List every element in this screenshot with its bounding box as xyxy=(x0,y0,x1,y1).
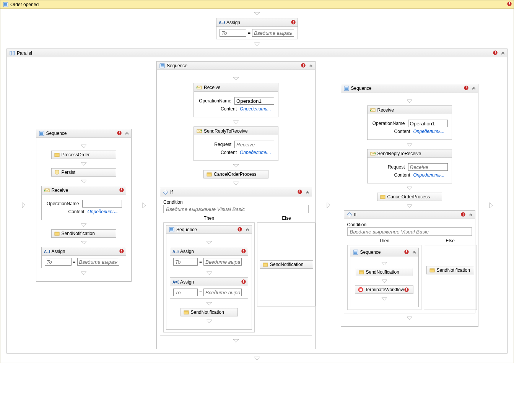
sequence-left[interactable]: Sequence ProcessOrder xyxy=(36,129,132,282)
send-notification-activity[interactable]: SendNotification xyxy=(260,260,313,269)
activity-label: ProcessOrder xyxy=(62,152,90,157)
content-define-link[interactable]: Определить... xyxy=(240,150,271,155)
root-flowchart[interactable]: Order opened Assign = xyxy=(0,0,514,363)
content-define-link[interactable]: Определить... xyxy=(413,172,445,178)
send-notification-activity[interactable]: SendNotification xyxy=(181,308,238,316)
content-define-link[interactable]: Определить... xyxy=(240,106,271,112)
assign-title: Assign xyxy=(226,20,240,25)
send-icon xyxy=(196,128,202,134)
if-title: If xyxy=(354,212,357,217)
process-order-activity[interactable]: ProcessOrder xyxy=(51,151,116,159)
cancel-order-activity[interactable]: CancelOrderProcess xyxy=(377,193,442,201)
sequence-title: Sequence xyxy=(46,131,67,136)
flow-arrow-down xyxy=(406,142,413,147)
assign-title: Assign xyxy=(180,249,194,254)
flow-arrow-down xyxy=(205,301,213,306)
assign-title: Assign xyxy=(52,249,65,254)
sequence-then[interactable]: Sequence xyxy=(350,248,419,307)
collapse-icon[interactable] xyxy=(412,249,417,255)
equals-label: = xyxy=(248,30,250,36)
collapse-icon[interactable] xyxy=(308,63,314,68)
collapse-icon[interactable] xyxy=(471,85,477,91)
assign-to-input[interactable] xyxy=(220,29,246,37)
request-input[interactable] xyxy=(234,141,274,148)
content-define-link[interactable]: Определить... xyxy=(413,129,445,134)
then-label: Then xyxy=(379,238,389,243)
box-icon xyxy=(429,267,435,273)
collapse-icon[interactable] xyxy=(124,130,130,136)
flow-arrow-down xyxy=(381,261,388,266)
receive-activity[interactable]: Receive OperationName Content xyxy=(367,105,452,140)
receive-activity[interactable]: Receive OperationName Content xyxy=(41,186,126,220)
assign-activity[interactable]: Assign = xyxy=(41,247,126,268)
flow-arrow-down xyxy=(80,240,88,245)
collapse-icon[interactable] xyxy=(468,212,473,217)
operation-name-input[interactable] xyxy=(82,200,122,208)
send-reply-activity[interactable]: SendReplyToReceive Request Content xyxy=(194,126,278,161)
receive-icon xyxy=(370,107,376,113)
error-icon xyxy=(297,189,303,195)
assign-to-input[interactable] xyxy=(45,258,72,266)
assign-activity[interactable]: Assign xyxy=(170,247,248,268)
if-activity[interactable]: If Condition xyxy=(160,188,312,336)
assign-to-input[interactable] xyxy=(173,289,198,296)
if-activity[interactable]: If Condition xyxy=(344,210,475,313)
root-header[interactable]: Order opened xyxy=(0,0,514,9)
send-notification-activity[interactable]: SendNotification xyxy=(356,268,413,276)
flow-arrow-down xyxy=(406,316,413,320)
activity-label: Receive xyxy=(377,107,394,113)
sequence-middle[interactable]: Sequence R xyxy=(156,61,316,349)
assign-to-input[interactable] xyxy=(173,258,198,266)
operation-name-input[interactable] xyxy=(234,97,274,105)
condition-input[interactable] xyxy=(347,227,472,236)
then-label: Then xyxy=(204,216,214,221)
activity-label: Receive xyxy=(204,85,220,90)
request-input[interactable] xyxy=(408,163,448,171)
content-define-link[interactable]: Определить... xyxy=(88,209,119,214)
flow-arrow-down xyxy=(232,338,240,343)
flow-arrow-down xyxy=(406,186,413,190)
collapse-icon[interactable] xyxy=(500,50,506,55)
receive-activity[interactable]: Receive OperationName Content xyxy=(194,83,278,117)
send-reply-activity[interactable]: SendReplyToReceive Request Content xyxy=(367,149,452,183)
content-label: Content xyxy=(371,129,410,134)
box-icon xyxy=(262,261,268,268)
error-icon xyxy=(119,248,124,254)
flow-arrow-down xyxy=(381,296,388,301)
assign-value-input[interactable] xyxy=(77,258,119,266)
cancel-order-activity[interactable]: CancelOrderProcess xyxy=(203,170,268,178)
box-icon xyxy=(380,194,386,200)
activity-label: SendReplyToReceive xyxy=(377,151,421,156)
assign-value-input[interactable] xyxy=(203,289,242,296)
activity-label: CancelOrderProcess xyxy=(214,172,256,177)
flow-arrow-down xyxy=(253,42,261,46)
root-title: Order opened xyxy=(10,2,39,7)
send-notification-activity[interactable]: SendNotification xyxy=(51,229,116,238)
activity-label: CancelOrderProcess xyxy=(387,194,430,199)
send-notification-activity[interactable]: SendNotification xyxy=(426,266,474,274)
sequence-right[interactable]: Sequence Receive xyxy=(341,84,478,327)
error-icon xyxy=(241,279,246,284)
assign-activity[interactable]: Assign = xyxy=(216,18,298,39)
terminate-workflow-activity[interactable]: TerminateWorkflow xyxy=(355,285,414,294)
content-label: Content xyxy=(198,106,237,112)
assign-value-input[interactable] xyxy=(252,29,294,37)
receive-icon xyxy=(196,84,202,91)
operation-name-label: OperationName xyxy=(371,121,405,126)
assign-value-input[interactable] xyxy=(203,258,242,266)
assign-activity[interactable]: Assign xyxy=(170,277,248,299)
collapse-icon[interactable] xyxy=(305,189,310,195)
box-icon xyxy=(358,269,364,275)
operation-name-input[interactable] xyxy=(408,120,448,127)
content-label: Content xyxy=(198,150,237,155)
persist-activity[interactable]: Persist xyxy=(51,168,116,177)
persist-icon xyxy=(54,169,60,175)
content-label: Content xyxy=(46,209,85,214)
sequence-then[interactable]: Sequence xyxy=(166,225,252,330)
collapse-icon[interactable] xyxy=(245,227,250,232)
sequence-title: Sequence xyxy=(360,250,381,255)
error-icon xyxy=(301,63,306,68)
parallel-activity[interactable]: Parallel Sequence xyxy=(7,49,507,354)
activity-label: Receive xyxy=(52,188,68,193)
condition-input[interactable] xyxy=(163,205,309,213)
